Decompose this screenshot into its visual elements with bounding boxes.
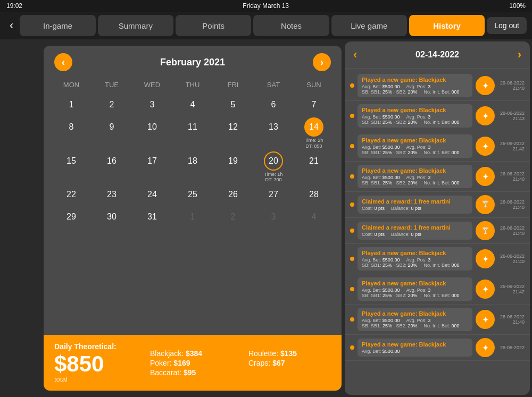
dt-total: total [54,375,139,383]
history-content: Claimed a reward: 1 free martini Cost: 0… [358,196,472,214]
cal-day-12[interactable]: 12 [213,116,253,149]
history-ticket: ✦ [476,167,495,186]
cal-day-9[interactable]: 9 [92,116,132,149]
history-item-2: Played a new game: Blackjack Avg. Bet: $… [345,101,530,131]
history-timestamp: 26-06-202221:42 [498,284,525,294]
history-ticket: ✦ [476,338,495,357]
cal-day-next-4[interactable]: 4 [294,206,334,227]
history-dot [350,287,354,291]
history-content: Played a new game: Blackjack Avg. Bet: $… [358,308,472,331]
tab-live-game[interactable]: Live game [331,15,407,36]
cal-day-7[interactable]: 7 [294,94,334,115]
ticket-icon: ✦ [482,81,489,91]
reward-icon: 🍸 [481,201,489,208]
status-battery: 100% [509,2,526,10]
history-timestamp: 28-06-202221:43 [498,111,525,121]
calendar-week-3: 15 16 17 18 19 20 Time: 1hDT: 700 21 [51,150,334,183]
history-content: Played a new game: Blackjack Avg. Bet: $… [358,277,472,301]
dt-roulette-value: $135 [280,349,297,358]
history-ticket: ✦ [476,249,495,268]
cal-day-18[interactable]: 18 [172,150,213,183]
daily-theoretical: Daily Theoretical: $850 total Blackjack:… [44,335,342,391]
dt-amount: $850 [54,353,139,375]
cal-day-next-2[interactable]: 2 [213,206,253,227]
cal-day-3[interactable]: 3 [132,94,172,115]
history-content: Played a new game: Blackjack Avg. Bet: $… [358,104,472,128]
history-dot [350,317,354,322]
cal-day-5[interactable]: 5 [213,94,253,115]
tab-in-game[interactable]: In-game [20,15,95,36]
cal-day-15[interactable]: 15 [51,150,92,183]
cal-day-23[interactable]: 23 [92,184,132,205]
day-header-mon: MON [51,79,92,91]
cal-day-24[interactable]: 24 [132,184,172,205]
cal-day-11[interactable]: 11 [172,116,213,149]
dt-games: Blackjack: $384 Roulette: $135 Poker: $1… [150,349,331,377]
tab-notes[interactable]: Notes [253,15,329,36]
history-title: Played a new game: Blackjack [362,280,468,286]
tab-history[interactable]: History [409,15,485,36]
cal-day-22[interactable]: 22 [51,184,92,205]
cal-day-10[interactable]: 10 [132,116,172,149]
cal-day-20[interactable]: 20 Time: 1hDT: 700 [253,150,294,183]
history-dot [350,229,354,233]
history-dot [350,345,354,350]
dt-poker: Poker: $169 [150,359,232,367]
day-header-tue: TUE [92,79,132,91]
history-title: Played a new game: Blackjack [362,107,468,113]
history-content: Played a new game: Blackjack Avg. Bet: $… [358,165,472,188]
cal-day-26[interactable]: 26 [213,184,253,205]
cal-day-25[interactable]: 25 [172,184,213,205]
dt-craps-label: Craps: [248,359,272,367]
history-next-button[interactable]: › [518,48,521,62]
calendar-next-button[interactable]: › [313,53,331,71]
cal-day-27[interactable]: 27 [253,184,294,205]
tab-points[interactable]: Points [176,15,251,36]
history-item-8: Played a new game: Blackjack Avg. Bet: $… [345,335,530,361]
calendar-prev-button[interactable]: ‹ [54,53,72,71]
cal-day-17[interactable]: 17 [132,150,172,183]
cal-day-29[interactable]: 29 [51,206,92,227]
cal-day-next-3[interactable]: 3 [253,206,294,227]
cal-day-30[interactable]: 30 [92,206,132,227]
history-timestamp: 26-06-2022 [498,345,525,350]
history-list: Played a new game: Blackjack Avg. Bet: $… [345,69,530,395]
reward-ticket: 🍸 [476,195,495,214]
cal-day-28[interactable]: 28 [294,184,334,205]
cal-day-16[interactable]: 16 [92,150,132,183]
dt-roulette-label: Roulette: [248,349,280,358]
history-details: Avg. Bet: $500.00 Avg. Pos: 3 [362,84,468,89]
dt-poker-label: Poker: [150,359,173,367]
cal-day-4[interactable]: 4 [172,94,213,115]
history-dot [350,114,354,118]
cal-day-8[interactable]: 8 [51,116,92,149]
dt-blackjack-value: $384 [186,349,202,358]
history-timestamp: 26-06-202221:40 [498,225,525,236]
history-timestamp: 26-06-202221:40 [498,199,525,210]
history-prev-button[interactable]: ‹ [353,48,357,62]
history-title: Played a new game: Blackjack [362,167,468,174]
back-button[interactable]: ‹ [5,16,18,35]
tab-summary[interactable]: Summary [98,15,173,36]
cal-day-19[interactable]: 19 [213,150,253,183]
cal-day-13[interactable]: 13 [253,116,294,149]
calendar-weeks: 1 2 3 4 5 6 7 8 9 10 11 12 13 [51,94,334,227]
history-ticket: ✦ [476,76,495,95]
cal-day-next-1[interactable]: 1 [172,206,213,227]
history-item-5: Played a new game: Blackjack Avg. Bet: $… [345,244,530,274]
logout-button[interactable]: Log out [487,17,527,34]
history-header: ‹ 02-14-2022 › [345,41,530,69]
history-item-3: Played a new game: Blackjack Avg. Bet: $… [345,131,530,162]
cal-day-21[interactable]: 21 [294,150,334,183]
dt-baccarat: Baccarat: $95 [150,368,232,377]
calendar-days-header: MON TUE WED THU FRI SAT SUN [51,79,334,91]
history-ticket: ✦ [476,137,495,156]
cal-day-6[interactable]: 6 [253,94,294,115]
history-item-4: Played a new game: Blackjack Avg. Bet: $… [345,162,530,192]
cal-day-31[interactable]: 31 [132,206,172,227]
history-content: Played a new game: Blackjack Avg. Bet: $… [358,74,472,97]
cal-day-14[interactable]: 14 Time: 2hDT: 850 [294,116,334,149]
cal-day-1[interactable]: 1 [51,94,92,115]
cal-day-2[interactable]: 2 [92,94,132,115]
status-day: Friday March 13 [243,2,289,10]
